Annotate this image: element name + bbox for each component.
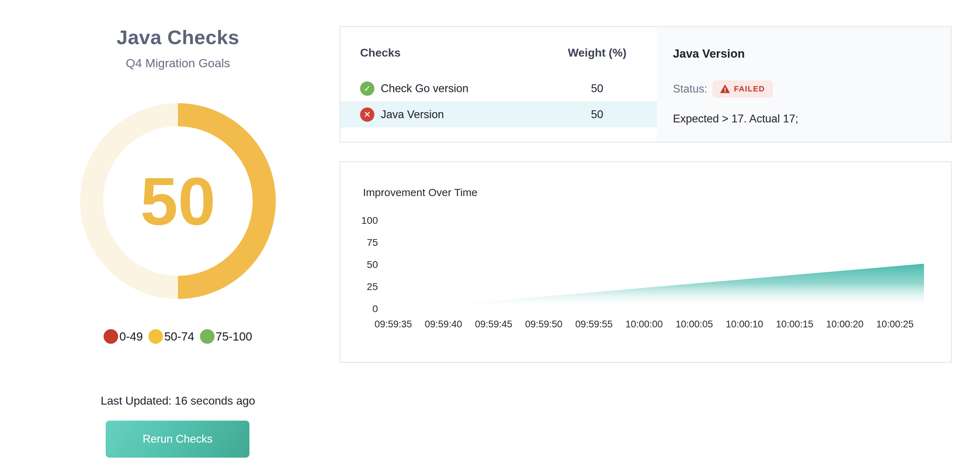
- area-chart: [340, 162, 951, 362]
- row-main: ✕ Java Version: [360, 108, 554, 122]
- status-badge: FAILED: [713, 80, 773, 97]
- check-passed-icon: ✓: [360, 81, 374, 96]
- x-tick-label: 10:00:00: [621, 319, 667, 330]
- page-subtitle: Q4 Migration Goals: [0, 56, 356, 70]
- page-title: Java Checks: [0, 25, 356, 49]
- y-tick-label: 25: [340, 280, 378, 294]
- summary-panel: Java Checks Q4 Migration Goals 50 0-49 5…: [0, 0, 356, 474]
- table-row-java-version[interactable]: ✕ Java Version 50: [340, 102, 657, 127]
- legend-dot: [103, 329, 118, 344]
- x-axis-labels: 09:59:3509:59:4009:59:4509:59:5009:59:55…: [371, 319, 918, 330]
- legend-dot: [148, 329, 163, 344]
- area-shape: [412, 264, 924, 308]
- y-tick-label: 75: [340, 235, 378, 250]
- x-tick-label: 09:59:55: [571, 319, 617, 330]
- last-updated-text: Last Updated: 16 seconds ago: [0, 394, 356, 407]
- x-tick-label: 09:59:45: [471, 319, 516, 330]
- check-name: Java Version: [381, 108, 444, 121]
- legend-label: 0-49: [119, 330, 143, 344]
- x-tick-label: 10:00:15: [772, 319, 818, 330]
- legend-item-mid: 50-74: [148, 329, 194, 344]
- legend-label: 75-100: [216, 330, 252, 344]
- legend-dot: [200, 329, 215, 344]
- status-value: FAILED: [734, 84, 765, 94]
- gauge-score: 50: [140, 167, 215, 235]
- legend-label: 50-74: [164, 330, 194, 344]
- x-tick-label: 10:00:20: [822, 319, 867, 330]
- check-failed-icon: ✕: [360, 108, 374, 122]
- checks-column-header: Checks: [360, 46, 554, 59]
- check-weight: 50: [554, 82, 640, 95]
- checks-card: Checks Weight (%) ✓ Check Go version 50 …: [339, 26, 952, 143]
- check-weight: 50: [554, 108, 640, 121]
- x-tick-label: 10:00:10: [722, 319, 767, 330]
- check-name: Check Go version: [381, 82, 468, 95]
- score-legend: 0-49 50-74 75-100: [0, 329, 356, 344]
- x-tick-label: 10:00:25: [872, 319, 918, 330]
- detail-message: Expected > 17. Actual 17;: [673, 113, 798, 125]
- check-detail-panel: Java Version Status: FAILED Expected > 1…: [657, 27, 951, 142]
- dashboard: Java Checks Q4 Migration Goals 50 0-49 5…: [0, 0, 980, 474]
- detail-title: Java Version: [673, 47, 745, 60]
- warning-triangle-icon: [720, 85, 730, 93]
- gauge-inner: 50: [103, 126, 253, 276]
- score-gauge: 50: [80, 103, 276, 299]
- legend-item-high: 75-100: [200, 329, 252, 344]
- row-main: ✓ Check Go version: [360, 81, 554, 96]
- table-row-check-go-version[interactable]: ✓ Check Go version 50: [340, 75, 657, 102]
- y-tick-label: 0: [340, 302, 378, 316]
- checks-table: Checks Weight (%) ✓ Check Go version 50 …: [340, 27, 657, 142]
- y-axis-labels: 1007550250: [340, 213, 378, 316]
- legend-item-low: 0-49: [103, 329, 143, 344]
- x-tick-label: 09:59:50: [521, 319, 566, 330]
- status-row: Status: FAILED: [673, 80, 773, 97]
- x-tick-label: 10:00:05: [671, 319, 717, 330]
- y-tick-label: 100: [340, 213, 378, 228]
- checks-table-header: Checks Weight (%): [360, 46, 657, 59]
- x-tick-label: 09:59:35: [371, 319, 416, 330]
- weight-column-header: Weight (%): [554, 46, 640, 59]
- improvement-chart-card: Improvement Over Time 1007550250 09:59:3…: [339, 161, 952, 363]
- status-label: Status:: [673, 83, 708, 95]
- y-tick-label: 50: [340, 258, 378, 272]
- rerun-checks-button[interactable]: Rerun Checks: [106, 421, 250, 458]
- x-tick-label: 09:59:40: [421, 319, 466, 330]
